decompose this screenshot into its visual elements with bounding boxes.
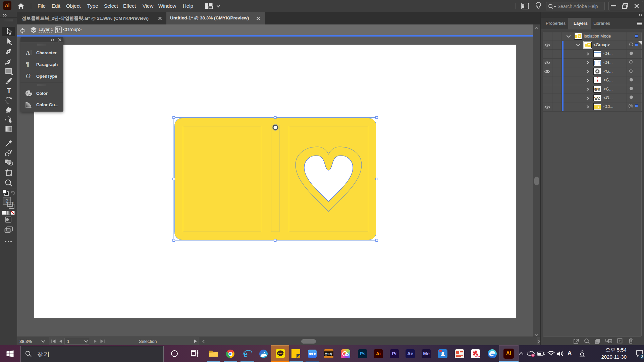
svg-text:?: ? [12,202,14,204]
svg-text:A: A [26,50,30,56]
svg-text:O: O [26,72,31,79]
svg-text:¶: ¶ [26,61,30,68]
svg-text:TALK: TALK [278,352,284,355]
svg-text:PDF: PDF [475,355,480,358]
svg-text:?: ? [9,206,11,208]
